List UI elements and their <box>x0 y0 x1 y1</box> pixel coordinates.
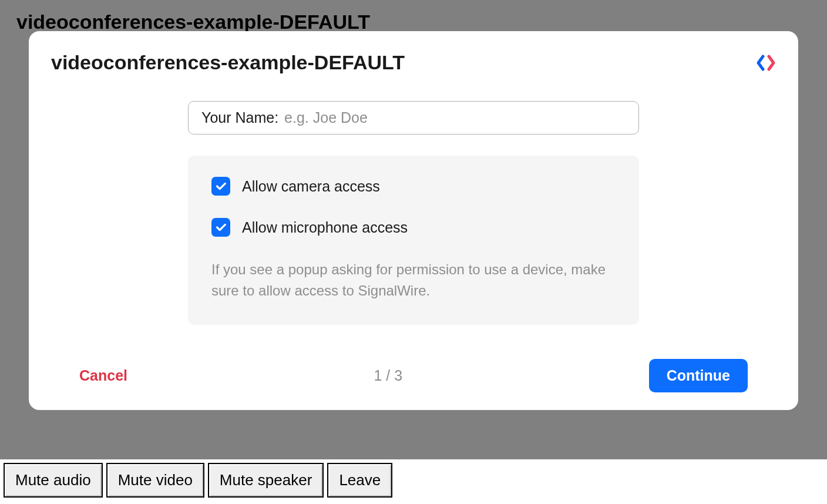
microphone-checkbox-label: Allow microphone access <box>242 219 408 236</box>
bottom-toolbar: Mute audio Mute video Mute speaker Leave <box>0 459 827 501</box>
modal-header: videoconferences-example-DEFAULT <box>51 51 776 74</box>
name-input-label: Your Name: <box>201 109 278 126</box>
name-input[interactable] <box>284 109 626 126</box>
name-input-wrapper[interactable]: Your Name: <box>188 101 639 135</box>
camera-checkbox[interactable] <box>211 177 230 196</box>
modal-title: videoconferences-example-DEFAULT <box>51 51 405 74</box>
mute-speaker-button[interactable]: Mute speaker <box>208 463 324 498</box>
camera-checkbox-label: Allow camera access <box>242 178 380 195</box>
modal-body: Your Name: Allow camera access Allow mic… <box>51 101 776 325</box>
mute-video-button[interactable]: Mute video <box>106 463 204 498</box>
background-panel: videoconferences-example-DEFAULT videoco… <box>0 0 827 459</box>
page-title: videoconferences-example-DEFAULT <box>16 11 811 33</box>
signalwire-logo-icon <box>756 54 776 72</box>
join-modal: videoconferences-example-DEFAULT Your Na… <box>29 31 798 410</box>
permissions-box: Allow camera access Allow microphone acc… <box>188 156 639 325</box>
camera-permission-row: Allow camera access <box>211 177 616 196</box>
microphone-checkbox[interactable] <box>211 218 230 237</box>
modal-footer: Cancel 1 / 3 Continue <box>51 359 776 392</box>
permission-hint: If you see a popup asking for permission… <box>211 259 616 301</box>
cancel-button[interactable]: Cancel <box>79 367 127 384</box>
leave-button[interactable]: Leave <box>327 463 392 498</box>
mute-audio-button[interactable]: Mute audio <box>4 463 103 498</box>
step-indicator: 1 / 3 <box>374 367 403 384</box>
continue-button[interactable]: Continue <box>649 359 748 392</box>
microphone-permission-row: Allow microphone access <box>211 218 616 237</box>
